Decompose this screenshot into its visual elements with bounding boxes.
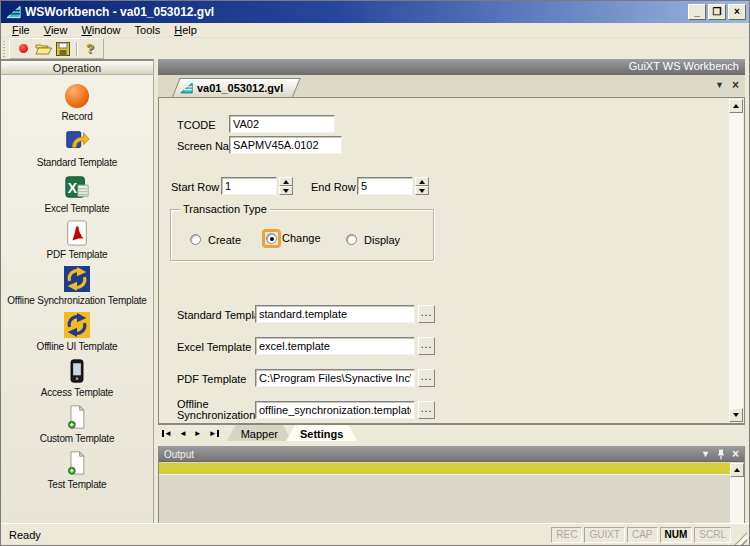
radio-create[interactable]: Create	[188, 232, 241, 247]
pdf-template-input[interactable]	[255, 369, 415, 387]
document-tab-label: va01_053012.gvl	[197, 82, 283, 94]
tab-va01-053012[interactable]: va01_053012.gvl	[172, 78, 293, 97]
sidebar-item-excel-template[interactable]: X Excel Template	[1, 173, 153, 214]
test-template-icon	[63, 449, 91, 477]
status-scrl: SCRL	[694, 527, 731, 543]
excel-template-input[interactable]	[255, 337, 415, 355]
sidebar-item-label: Custom Template	[1, 433, 153, 444]
scroll-down-icon[interactable]	[729, 408, 743, 422]
radio-display-label: Display	[364, 234, 400, 246]
sidebar-item-label: Offline Synchronization Template	[1, 295, 153, 306]
app-logo-icon	[6, 5, 21, 19]
tab-mapper[interactable]: Mapper	[227, 425, 292, 441]
output-scrollbar[interactable]	[730, 463, 744, 525]
access-template-icon	[63, 357, 91, 385]
standard-template-browse-button[interactable]: ...	[418, 305, 435, 323]
end-row-down-button[interactable]	[415, 186, 429, 195]
close-button[interactable]: ×	[728, 4, 746, 20]
sidebar-item-standard-template[interactable]: Standard Template	[1, 127, 153, 168]
sidebar-item-label: Standard Template	[1, 157, 153, 168]
sidebar-item-label: PDF Template	[1, 249, 153, 260]
start-row-down-button[interactable]	[279, 186, 293, 195]
open-button[interactable]	[33, 40, 53, 57]
sidebar-item-label: Offline UI Template	[1, 341, 153, 352]
custom-template-icon	[63, 403, 91, 431]
offline-synchronization-input[interactable]	[255, 401, 415, 419]
tcode-input[interactable]	[229, 115, 335, 133]
main-area: GuiXT WS Workbench va01_053012.gvl ▼ ×	[158, 59, 749, 526]
status-cap: CAP	[627, 527, 658, 543]
operation-sidebar: Operation Record Standard Templ	[1, 59, 154, 526]
output-pin-icon[interactable]	[717, 449, 725, 460]
sidebar-item-access-template[interactable]: Access Template	[1, 357, 153, 398]
record-button[interactable]	[13, 40, 33, 57]
screen-name-input[interactable]	[229, 136, 342, 154]
radio-display-circle[interactable]	[346, 234, 357, 245]
excel-template-label: Excel Template	[177, 341, 251, 353]
offline-synchronization-browse-button[interactable]: ...	[418, 401, 435, 419]
dock-title-bar: GuiXT WS Workbench	[158, 59, 745, 75]
document-tab-row: va01_053012.gvl ▼ ×	[158, 75, 745, 97]
scroll-up-icon[interactable]	[729, 99, 743, 113]
transaction-type-label: Transaction Type	[180, 203, 270, 215]
minimize-button[interactable]: _	[688, 4, 706, 20]
sidebar-item-label: Record	[1, 111, 153, 122]
first-tab-icon[interactable]: ◄	[162, 429, 172, 438]
start-row-input[interactable]	[221, 177, 277, 195]
output-close-icon[interactable]: ×	[732, 448, 739, 460]
menu-view[interactable]: View	[37, 24, 75, 36]
excel-template-browse-button[interactable]: ...	[418, 337, 435, 355]
pdf-template-browse-button[interactable]: ...	[418, 369, 435, 387]
end-row-spinner	[357, 177, 429, 195]
change-highlight-box	[262, 229, 281, 248]
settings-panel: TCODE Screen Name Start Row End Row	[158, 97, 745, 424]
menu-tools[interactable]: Tools	[128, 24, 168, 36]
output-selected-row[interactable]	[159, 463, 730, 475]
radio-change-label: Change	[282, 232, 321, 244]
sidebar-item-pdf-template[interactable]: PDF Template	[1, 219, 153, 260]
last-tab-icon[interactable]: ►	[209, 429, 219, 438]
sidebar-item-custom-template[interactable]: Custom Template	[1, 403, 153, 444]
tab-list-dropdown-icon[interactable]: ▼	[715, 79, 724, 91]
radio-change-circle[interactable]	[266, 233, 277, 244]
start-row-label: Start Row	[171, 181, 219, 193]
end-row-up-button[interactable]	[415, 177, 429, 186]
settings-scrollbar[interactable]	[729, 99, 743, 422]
save-icon	[56, 42, 70, 56]
record-sphere-icon	[63, 82, 91, 110]
end-row-input[interactable]	[357, 177, 413, 195]
sidebar-item-test-template[interactable]: Test Template	[1, 449, 153, 490]
sidebar-item-offline-sync-template[interactable]: Offline Synchronization Template	[1, 265, 153, 306]
tcode-label: TCODE	[177, 119, 216, 131]
radio-create-label: Create	[208, 234, 241, 246]
radio-display[interactable]: Display	[344, 232, 400, 247]
toolbar: ?	[1, 38, 749, 59]
menu-file[interactable]: File	[5, 24, 37, 36]
title-bar: WSWorkbench - va01_053012.gvl _ ❐ ×	[1, 1, 749, 23]
offline-sync-template-icon	[63, 265, 91, 293]
status-rec: REC	[551, 527, 582, 543]
output-dropdown-icon[interactable]: ▼	[701, 448, 710, 460]
radio-create-circle[interactable]	[190, 234, 201, 245]
pdf-template-icon	[63, 219, 91, 247]
tab-settings[interactable]: Settings	[286, 425, 357, 441]
maximize-button[interactable]: ❐	[708, 4, 726, 20]
help-button[interactable]: ?	[80, 40, 100, 57]
standard-template-icon	[63, 127, 91, 155]
save-button[interactable]	[53, 40, 73, 57]
sidebar-item-offline-ui-template[interactable]: Offline UI Template	[1, 311, 153, 352]
guixt-logo-icon	[180, 82, 193, 94]
sidebar-item-record[interactable]: Record	[1, 82, 153, 122]
output-title-bar: Output ▼ ×	[159, 446, 744, 461]
toolbar-grip[interactable]	[3, 41, 5, 57]
menu-help[interactable]: Help	[167, 24, 204, 36]
next-tab-icon[interactable]: ►	[194, 429, 202, 438]
prev-tab-icon[interactable]: ◄	[179, 429, 187, 438]
resize-grip-icon[interactable]	[734, 532, 747, 545]
radio-change[interactable]: Change	[266, 232, 321, 244]
tab-close-icon[interactable]: ×	[732, 79, 739, 91]
standard-template-input[interactable]	[255, 305, 415, 323]
start-row-up-button[interactable]	[279, 177, 293, 186]
output-scroll-up-icon[interactable]	[730, 463, 744, 477]
menu-window[interactable]: Window	[74, 24, 127, 36]
